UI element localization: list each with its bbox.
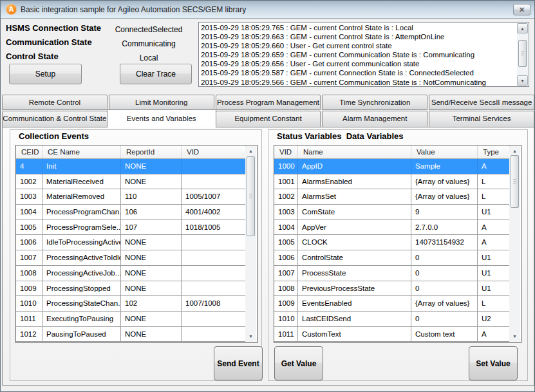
table-row[interactable]: 1006ControlState0U1 (274, 250, 510, 266)
table-cell: 9 (411, 205, 478, 219)
table-cell: L (478, 174, 510, 189)
column-header[interactable]: CE Name (42, 145, 121, 158)
table-cell: MaterialRemoved (42, 189, 121, 204)
table-cell (182, 159, 246, 174)
status-variables-title: Status Variables Data Variables (277, 131, 404, 141)
table-cell: 107 (121, 220, 182, 235)
tab-terminal-services[interactable]: Terminal Services (429, 111, 534, 127)
table-cell: 1004 (274, 220, 298, 235)
scroll-up-button[interactable]: ▲ (517, 23, 528, 33)
scrollbar-thumb[interactable] (247, 156, 255, 236)
table-row[interactable]: 1007ProcessState0U1 (274, 266, 510, 281)
variables-table[interactable]: VIDNameValueType1000AppIDSampleA1001Alar… (274, 145, 521, 343)
table-cell (182, 235, 246, 250)
table-cell: 140731154932 (411, 235, 478, 250)
table-cell (182, 312, 246, 326)
tab-alarm-management[interactable]: Alarm Management (322, 111, 427, 127)
table-cell: 1010 (274, 312, 298, 326)
table-row[interactable]: 1005ProcessProgramSele...1071018/1005 (16, 220, 246, 236)
table-row[interactable]: 1009EventsEnabled{Array of values}L (274, 296, 510, 312)
scroll-down-button[interactable]: ▼ (245, 331, 256, 342)
tab-time-synchronization[interactable]: Time Synchronization (322, 95, 427, 110)
table-cell: ProcessingStopped (42, 281, 121, 296)
vertical-scrollbar[interactable]: ▲ ▼ (517, 23, 528, 86)
column-header[interactable]: VID (182, 145, 246, 158)
table-row[interactable]: 1010LastCEIDSend0U2 (274, 312, 510, 327)
column-header[interactable]: Type (478, 145, 510, 158)
title-bar[interactable]: A Basic integration sample for Agileo Au… (1, 1, 534, 19)
tab-row-2: Communication & Control State Events and… (2, 111, 534, 126)
table-row[interactable]: 1007ProcessingActiveToIdleNONE (16, 250, 246, 266)
table-row[interactable]: 1009ProcessingStoppedNONE (16, 281, 246, 297)
set-value-button[interactable]: Set Value (469, 346, 518, 380)
tab-limit-monitoring[interactable]: Limit Monitoring (109, 95, 214, 110)
table-row[interactable]: 1008ProcessingActiveJob...NONE (16, 266, 246, 281)
scrollbar-thumb[interactable] (511, 155, 519, 208)
column-header[interactable]: Value (411, 145, 478, 158)
table-cell: CustomText (298, 327, 411, 342)
collection-events-table[interactable]: CEIDCE NameReportIdVID4InitNONE1002Mater… (15, 145, 258, 343)
table-row[interactable]: 1004ProcessProgramChan...1064001/4002 (16, 205, 246, 220)
trace-log[interactable]: 2015-09-29 18:05:29.765 : GEM - current … (198, 22, 529, 87)
log-line: 2015-09-29 18:05:29.587 : GEM - current … (201, 68, 516, 77)
table-row[interactable]: 1001AlarmsEnabled{Array of values}L (274, 174, 510, 190)
table-row[interactable]: 1011CustomTextCustom textA (274, 327, 510, 342)
table-row[interactable]: 4InitNONE (16, 159, 246, 174)
tab-equipment-constant[interactable]: Equipment Constant (216, 111, 321, 127)
scroll-up-button[interactable]: ▲ (245, 146, 256, 156)
send-event-button[interactable]: Send Event (214, 346, 263, 380)
table-cell: A (478, 159, 510, 174)
table-cell: 0 (411, 250, 478, 265)
column-header[interactable]: VID (274, 145, 298, 158)
table-row[interactable]: 1000AppIDSampleA (274, 159, 510, 174)
table-cell: 1007 (274, 266, 298, 281)
communication-state-label: Communication State (6, 35, 101, 50)
table-cell: 1002 (16, 174, 42, 189)
tab-events-and-variables[interactable]: Events and Variables (107, 109, 216, 127)
table-row[interactable]: 1011ExecutingToPausingNONE (16, 312, 246, 327)
log-line: 2015-09-29 18:05:29.566 : GEM - current … (201, 78, 516, 87)
table-row[interactable]: 1010ProcessingStateChan...1021007/1008 (16, 296, 246, 312)
tab-communication-control-state[interactable]: Communication & Control State (2, 111, 108, 127)
table-row[interactable]: 1005CLOCK140731154932A (274, 235, 510, 250)
table-row[interactable]: 1002AlarmsSet{Array of values}L (274, 189, 510, 205)
table-cell: ExecutingToPausing (42, 312, 121, 326)
log-line: 2015-09-29 18:05:29.660 : User - Get cur… (201, 41, 516, 50)
column-header[interactable]: CEID (16, 145, 42, 158)
table-row[interactable]: 1003MaterialRemoved1101005/1007 (16, 189, 246, 205)
scrollbar-thumb[interactable] (518, 40, 527, 67)
close-button[interactable]: ✕ (513, 4, 530, 15)
tab-send-receive-secsii-message[interactable]: Send/Receive SecsII message (429, 95, 534, 110)
vertical-scrollbar[interactable]: ▲ ▼ (245, 146, 256, 342)
scroll-down-button[interactable]: ▼ (509, 331, 520, 342)
status-variables-group: Status Variables Data Variables VIDNameV… (268, 129, 528, 381)
tab-remote-control[interactable]: Remote Control (2, 95, 108, 110)
column-header[interactable]: Name (298, 145, 411, 158)
clear-trace-button[interactable]: Clear Trace (120, 64, 192, 84)
table-row[interactable]: 1006IdleToProcessingActiveNONE (16, 235, 246, 250)
setup-button[interactable]: Setup (9, 64, 82, 84)
column-header[interactable]: ReportId (121, 145, 182, 158)
table-row[interactable]: 1008PreviousProcessState0U1 (274, 281, 510, 297)
table-cell: NONE (121, 266, 182, 281)
table-row[interactable]: 1003ComState9U1 (274, 205, 510, 220)
table-cell: 1007 (16, 250, 42, 265)
table-cell: 1012 (16, 327, 42, 342)
table-cell: 4 (16, 159, 42, 174)
table-cell (182, 281, 246, 296)
hsms-connection-state-label: HSMS Connection State (6, 21, 101, 35)
tab-process-program-management[interactable]: Process Program Management (216, 95, 321, 110)
table-cell: A (478, 220, 510, 235)
table-cell (182, 174, 246, 189)
table-cell: 1010 (16, 296, 42, 311)
table-cell: L (478, 296, 510, 311)
table-row[interactable]: 1004AppVer2.7.0.0A (274, 220, 510, 236)
get-value-button[interactable]: Get Value (274, 346, 323, 380)
table-cell: AlarmsEnabled (298, 174, 411, 189)
table-header-row: CEIDCE NameReportIdVID (16, 145, 246, 159)
table-row[interactable]: 1012PausingToPausedNONE (16, 327, 246, 342)
scroll-down-button[interactable]: ▼ (517, 75, 528, 86)
scroll-up-icon: ▲ (518, 24, 527, 34)
table-row[interactable]: 1002MaterialReceivedNONE (16, 174, 246, 190)
vertical-scrollbar[interactable]: ▲ ▼ (509, 146, 520, 342)
